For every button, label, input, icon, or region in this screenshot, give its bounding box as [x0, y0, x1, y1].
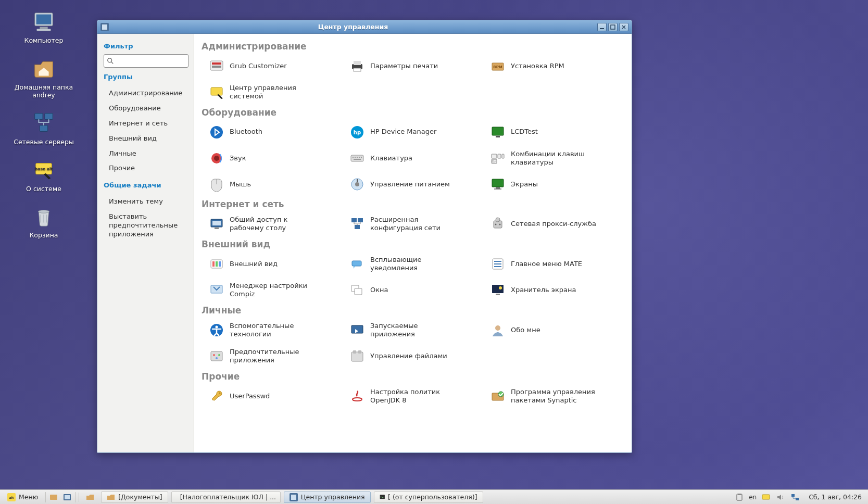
netconf-icon [349, 216, 365, 232]
taskbar-task-control-center[interactable]: Центр управления [284, 492, 371, 503]
task-change-theme[interactable]: Изменить тему [104, 194, 188, 209]
group-item-appearance[interactable]: Внешний вид [104, 131, 188, 146]
tile-screensaver[interactable]: Хранитель экрана [490, 280, 626, 301]
tile-desktop-sharing[interactable]: Общий доступ к рабочему столу [209, 213, 345, 235]
tile-a11y[interactable]: Вспомогательные технологии [209, 320, 345, 341]
task-label: [Налогоплательщик ЮЛ | ... [180, 493, 276, 501]
tile-keyboard-shortcuts[interactable]: Комбинации клавиш клавиатуры [490, 148, 626, 169]
desktop-icon-label: О системе [26, 185, 61, 193]
tile-label: Запускаемые приложения [370, 322, 464, 339]
tile-bluetooth[interactable]: Bluetooth [209, 122, 345, 143]
taskbar-clock[interactable]: Сб, 1 авг, 04:26 [806, 493, 865, 501]
desktop-icon-home[interactable]: Домашняя папка andrey [12, 56, 75, 99]
tile-proxy[interactable]: Сетевая прокси-служба [490, 213, 626, 235]
tile-power-mgmt[interactable]: Управление питанием [349, 174, 486, 195]
ql-folder-icon[interactable] [84, 492, 96, 502]
svg-rect-26 [762, 495, 770, 499]
tray-network-icon[interactable] [790, 492, 800, 502]
taskbar-task-firefox[interactable]: [Налогоплательщик ЮЛ | ... [171, 492, 281, 503]
group-item-personal[interactable]: Личные [104, 146, 188, 161]
tile-label: Звук [230, 154, 246, 162]
minimize-button[interactable] [597, 23, 607, 31]
tile-label: Обо мне [511, 326, 540, 334]
category-grid: Внешний видВсплывающие уведомленияГлавно… [199, 254, 626, 301]
group-item-hardware[interactable]: Оборудование [104, 101, 188, 116]
start-menu-button[interactable]: alt Меню [3, 492, 42, 502]
compiz-icon [209, 282, 224, 298]
group-item-network[interactable]: Интернет и сеть [104, 116, 188, 131]
tile-print-params[interactable]: Параметры печати [349, 56, 486, 77]
svg-rect-12 [600, 28, 604, 29]
filter-input[interactable] [104, 54, 188, 68]
tray-volume-icon[interactable] [775, 492, 786, 502]
proxy-icon [490, 216, 506, 232]
close-button[interactable] [619, 23, 628, 31]
tile-advanced-network[interactable]: Расширенная конфигурация сети [349, 213, 486, 235]
shortcuts-icon [490, 150, 506, 166]
category-grid: Grub CustomizerПараметры печатиУстановка… [199, 56, 626, 103]
tile-mate-main-menu[interactable]: Главное меню MATE [490, 254, 626, 275]
desktop-icon-trash[interactable]: Корзина [12, 204, 75, 240]
task-preferred-apps[interactable]: Выставить предпочтительные приложения [104, 209, 188, 242]
basealt-icon [209, 84, 224, 100]
desktop-icon-computer[interactable]: Компьютер [12, 9, 75, 45]
content-area[interactable]: АдминистрированиеGrub CustomizerПараметр… [194, 34, 632, 452]
category-grid: BluetoothHP Device ManagerLCDTestЗвукКла… [199, 122, 626, 195]
tile-preferred-apps[interactable]: Предпочтительные приложения [209, 346, 345, 367]
taskbar-task-root-terminal[interactable]: [ (от суперпользователя)] [374, 492, 483, 503]
window-app-icon [100, 23, 109, 31]
tile-label: Сетевая прокси-служба [511, 220, 596, 228]
tile-keyboard[interactable]: Клавиатура [349, 148, 486, 169]
tile-grub-customizer[interactable]: Grub Customizer [209, 56, 345, 77]
tile-hp-device-manager[interactable]: HP Device Manager [349, 122, 486, 143]
taskbar: alt Меню [Документы] [Налогоплательщик Ю… [0, 489, 868, 504]
tray-clipboard-icon[interactable] [734, 492, 745, 502]
category-title: Оборудование [199, 105, 626, 122]
maximize-button[interactable] [608, 23, 618, 31]
tray-display-icon[interactable] [761, 492, 771, 502]
svg-rect-2 [40, 27, 47, 29]
tray-keyboard-layout[interactable]: en [749, 492, 757, 502]
tile-startup-apps[interactable]: Запускаемые приложения [349, 320, 486, 341]
system-tray: en [732, 492, 802, 502]
lcd-icon [490, 124, 506, 140]
ql-file-manager[interactable] [61, 492, 73, 502]
tile-screens[interactable]: Экраны [490, 174, 626, 195]
taskbar-task-documents[interactable]: [Документы] [101, 492, 168, 503]
svg-rect-13 [611, 25, 615, 29]
task-list: Изменить тему Выставить предпочтительные… [104, 194, 188, 242]
group-item-other[interactable]: Прочие [104, 161, 188, 176]
tile-label: Внешний вид [230, 260, 278, 268]
folder-icon [107, 493, 115, 501]
tile-label: Grub Customizer [230, 62, 287, 70]
tile-openjdk[interactable]: Настройка политик OpenJDK 8 [349, 386, 486, 407]
tile-label: Общий доступ к рабочему столу [230, 216, 323, 233]
tile-synaptic[interactable]: Программа управления пакетами Synaptic [490, 386, 626, 407]
tile-windows[interactable]: Окна [349, 280, 486, 301]
tile-popups[interactable]: Всплывающие уведомления [349, 254, 486, 275]
category-personal: ЛичныеВспомогательные технологииЗапускае… [194, 303, 632, 369]
tile-sound[interactable]: Звук [209, 148, 345, 169]
ql-show-desktop[interactable] [48, 492, 59, 502]
bluetooth-icon [209, 124, 224, 140]
tile-about-me[interactable]: Обо мне [490, 320, 626, 341]
tile-mouse[interactable]: Мышь [209, 174, 345, 195]
svg-point-14 [108, 58, 112, 62]
group-item-admin[interactable]: Администрирование [104, 86, 188, 101]
tile-rpm-install[interactable]: Установка RPM [490, 56, 626, 77]
tile-system-control-center[interactable]: Центр управления системой [209, 82, 345, 103]
tile-lcdtest[interactable]: LCDTest [490, 122, 626, 143]
network-icon [31, 111, 56, 136]
tile-compiz[interactable]: Менеджер настройки Compiz [209, 280, 345, 301]
tile-appearance[interactable]: Внешний вид [209, 254, 345, 275]
tile-userpasswd[interactable]: UserPasswd [209, 386, 345, 407]
startup-icon [349, 322, 365, 338]
a11y-icon [209, 322, 224, 338]
titlebar[interactable]: Центр управления [97, 20, 632, 34]
tile-file-mgmt[interactable]: Управление файлами [349, 346, 486, 367]
mouse-icon [209, 177, 224, 192]
java-icon [349, 388, 365, 404]
desktop-icon-about[interactable]: base alt О системе [12, 158, 75, 193]
desktop-icon-network[interactable]: Сетевые серверы [12, 111, 75, 146]
svg-rect-22 [291, 495, 296, 500]
